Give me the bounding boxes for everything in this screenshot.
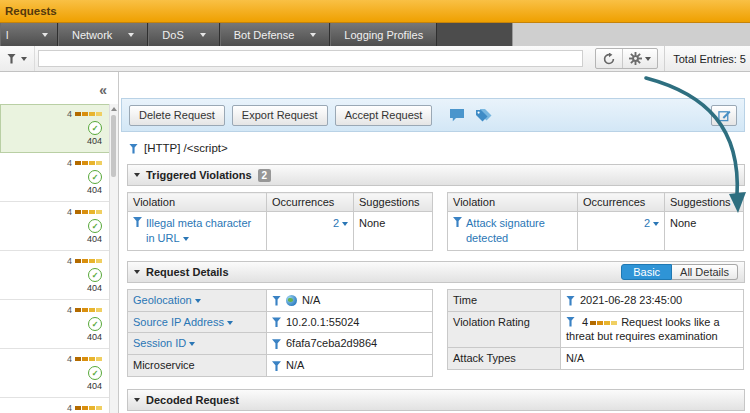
- scrollbar-thumb[interactable]: [111, 115, 116, 177]
- chevron-down-icon: [21, 57, 27, 61]
- violation-link[interactable]: Illegal meta character in URL: [146, 217, 251, 244]
- all-details-view-button[interactable]: All Details: [672, 264, 738, 280]
- comment-icon[interactable]: [449, 108, 465, 122]
- filter-toolbar-right: Total Entries: 5: [595, 46, 750, 71]
- column-suggestions: Suggestions: [354, 193, 433, 212]
- collapse-triangle-icon: [134, 398, 140, 402]
- chevron-down-icon: [342, 222, 348, 226]
- funnel-icon[interactable]: [272, 361, 281, 371]
- tab-bar: l Network DoS Bot Defense Logging Profil…: [0, 23, 513, 46]
- violation-rating-number[interactable]: 4: [582, 316, 588, 328]
- requests-event-log-page: Requests l Network DoS Bot Defense Loggi…: [0, 0, 750, 413]
- violation-rating-text: Request looks like a threat but requires…: [566, 316, 720, 343]
- severity-bars-icon: [590, 321, 617, 325]
- content-area: « 4✓4044✓4044✓4044✓4044✓4044✓4044✓404 De…: [0, 72, 750, 413]
- chevron-down-icon: [227, 321, 233, 325]
- request-list-item[interactable]: 4✓404: [0, 202, 110, 251]
- funnel-icon[interactable]: [272, 339, 281, 349]
- request-list-item[interactable]: 4✓404: [0, 153, 110, 202]
- chevron-down-icon: [310, 33, 316, 37]
- basic-view-button[interactable]: Basic: [621, 264, 672, 280]
- table-row: Source IP Address 10.2.0.1:55024: [128, 311, 433, 333]
- request-list-item[interactable]: 4✓404: [0, 251, 110, 300]
- rating-bars-slot: [590, 321, 617, 325]
- funnel-icon[interactable]: [566, 296, 575, 306]
- tab-logging-profiles[interactable]: Logging Profiles: [330, 23, 437, 46]
- time-value: 2021-06-28 23:45:00: [580, 293, 682, 308]
- table-header-row: Violation Occurrences Suggestions: [448, 193, 744, 212]
- globe-icon: [286, 295, 297, 306]
- request-rating: 4: [67, 403, 72, 413]
- funnel-icon[interactable]: [272, 296, 281, 306]
- violation-link[interactable]: Attack signature detected: [466, 217, 545, 244]
- source-ip-value: 10.2.0.1:55024: [286, 315, 359, 330]
- table-row: Attack Types N/A: [448, 348, 744, 370]
- funnel-icon[interactable]: [453, 217, 462, 227]
- tab-cutoff[interactable]: l: [0, 23, 58, 46]
- severity-bars-icon: [75, 210, 102, 214]
- request-title-row: [HTTP] /<script>: [129, 142, 750, 154]
- funnel-icon[interactable]: [272, 317, 281, 327]
- request-title: [HTTP] /<script>: [144, 142, 228, 154]
- occurrences-cell[interactable]: 2: [267, 212, 354, 251]
- filter-input[interactable]: [38, 50, 583, 67]
- success-check-icon: ✓: [88, 268, 102, 282]
- refresh-button[interactable]: [596, 49, 622, 68]
- funnel-icon[interactable]: [129, 144, 138, 154]
- tab-strip: l Network DoS Bot Defense Logging Profil…: [0, 23, 750, 46]
- request-list-item[interactable]: 4✓404: [0, 300, 110, 349]
- request-rating: 4: [67, 305, 72, 315]
- tab-network[interactable]: Network: [58, 23, 148, 46]
- column-violation: Violation: [448, 193, 578, 212]
- table-row: Time 2021-06-28 23:45:00: [448, 289, 744, 311]
- funnel-icon[interactable]: [566, 317, 575, 327]
- open-editor-button[interactable]: [711, 105, 737, 126]
- column-suggestions: Suggestions: [665, 193, 744, 212]
- tab-label: Bot Defense: [234, 29, 295, 41]
- response-status-code: 404: [0, 283, 102, 293]
- triggered-violations-tables: Violation Occurrences Suggestions Illega…: [127, 192, 745, 251]
- export-request-button[interactable]: Export Request: [232, 105, 328, 126]
- settings-button[interactable]: [623, 49, 657, 68]
- request-rating: 4: [67, 354, 72, 364]
- collapse-triangle-icon: [134, 270, 140, 274]
- chevron-down-icon: [183, 237, 189, 241]
- delete-request-button[interactable]: Delete Request: [129, 105, 225, 126]
- tab-bot-defense[interactable]: Bot Defense: [220, 23, 331, 46]
- section-header-triggered-violations[interactable]: Triggered Violations 2: [127, 164, 745, 186]
- filter-menu-button[interactable]: [0, 46, 35, 71]
- section-title: Request Details: [146, 266, 229, 278]
- funnel-icon[interactable]: [133, 217, 142, 227]
- attack-types-value: N/A: [561, 348, 744, 370]
- occurrences-cell[interactable]: 2: [578, 212, 665, 251]
- section-header-request-details[interactable]: Request Details Basic All Details: [127, 261, 745, 283]
- chevron-down-icon: [195, 299, 201, 303]
- response-status-code: 404: [0, 381, 102, 391]
- toolbar-icons: [449, 108, 493, 122]
- tags-icon[interactable]: [476, 108, 493, 122]
- section-header-decoded-request[interactable]: Decoded Request: [127, 389, 745, 411]
- total-entries-label: Total Entries: 5: [664, 46, 750, 71]
- column-violation: Violation: [128, 193, 267, 212]
- session-id-label[interactable]: Session ID: [133, 337, 186, 349]
- scrollbar[interactable]: [109, 104, 118, 413]
- request-detail-panel: Delete Request Export Request Accept Req…: [119, 72, 750, 413]
- request-list-item[interactable]: 4✓404: [0, 349, 110, 398]
- accept-request-button[interactable]: Accept Request: [335, 105, 433, 126]
- geolocation-label[interactable]: Geolocation: [133, 294, 192, 306]
- request-list-item[interactable]: 4✓404: [0, 398, 110, 413]
- chevron-down-icon: [653, 222, 659, 226]
- chevron-down-icon: [42, 33, 48, 37]
- severity-bars-icon: [75, 357, 102, 361]
- scroll-up-icon[interactable]: [111, 107, 117, 111]
- refresh-icon: [603, 53, 615, 65]
- request-rating: 4: [67, 256, 72, 266]
- collapse-panel-button[interactable]: «: [99, 83, 107, 97]
- violation-count-badge: 2: [258, 169, 272, 182]
- request-rating: 4: [67, 207, 72, 217]
- chevron-down-icon: [128, 33, 134, 37]
- suggestions-cell: None: [665, 212, 744, 251]
- source-ip-label[interactable]: Source IP Address: [133, 316, 224, 328]
- tab-dos[interactable]: DoS: [148, 23, 219, 46]
- request-list-item[interactable]: 4✓404: [0, 104, 110, 153]
